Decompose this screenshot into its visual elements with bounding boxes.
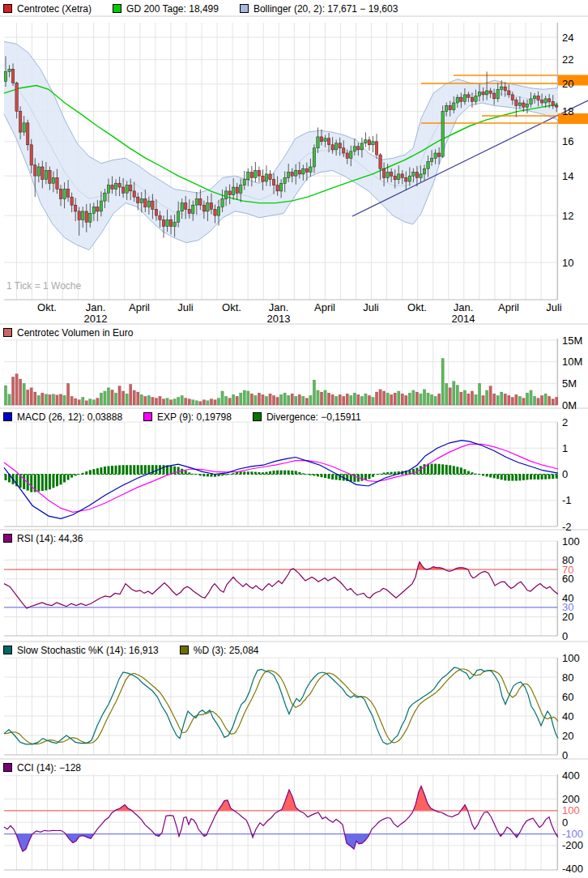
cci-layer	[4, 786, 558, 852]
svg-text:Okt.: Okt.	[37, 301, 57, 313]
svg-text:20: 20	[562, 730, 573, 742]
tick-scale-note: 1 Tick = 1 Woche	[6, 280, 81, 292]
svg-text:Okt.: Okt.	[222, 301, 241, 313]
svg-text:60: 60	[562, 691, 573, 703]
svg-text:2013: 2013	[267, 313, 291, 325]
legend-item: Centrotec (Xetra)	[3, 3, 92, 15]
svg-text:Juli: Juli	[177, 301, 194, 313]
legend-cci: CCI (14): −128	[3, 761, 81, 774]
svg-text:80: 80	[562, 671, 573, 684]
svg-text:1: 1	[562, 442, 568, 454]
svg-text:-400: -400	[562, 863, 583, 875]
svg-text:100: 100	[562, 535, 580, 548]
svg-text:Jan.: Jan.	[454, 301, 474, 313]
svg-text:0: 0	[562, 749, 568, 761]
svg-text:-100: -100	[562, 828, 583, 840]
axis-labels-layer: 242220181614121015M10M5M0M210-1-21008070…	[562, 32, 583, 876]
svg-text:Jan.: Jan.	[269, 301, 289, 313]
legend-item: Slow Stochastic %K (14): 16,913	[3, 645, 159, 656]
svg-text:200: 200	[562, 793, 580, 805]
legend-swatch-icon	[3, 534, 12, 543]
svg-text:0M: 0M	[562, 399, 577, 411]
legend-swatch-icon	[143, 412, 152, 421]
svg-text:18: 18	[562, 105, 573, 117]
month-labels-layer: Okt.Jan.2012AprilJuliOkt.Jan.2013AprilJu…	[37, 301, 562, 325]
svg-text:10M: 10M	[562, 356, 582, 368]
legend-stochastic: Slow Stochastic %K (14): 16,913%D (3): 2…	[3, 644, 258, 656]
legend-volume: Centrotec Volumen in Euro	[3, 326, 133, 339]
legend-item: %D (3): 25,084	[180, 645, 259, 656]
legend-item: CCI (14): −128	[3, 762, 81, 774]
legend-swatch-icon	[113, 4, 121, 13]
legend-item: EXP (9): 0,19798	[143, 411, 232, 423]
chart-svg: 242220181614121015M10M5M0M210-1-21008070…	[0, 0, 588, 878]
legend-macd: MACD (26, 12): 0,03888EXP (9): 0,19798Di…	[3, 411, 361, 423]
svg-text:16: 16	[562, 135, 573, 147]
legend-swatch-icon	[240, 4, 249, 13]
legend-swatch-icon	[180, 646, 189, 654]
svg-text:0: 0	[562, 630, 568, 642]
legend-item: MACD (26, 12): 0,03888	[3, 411, 122, 423]
legend-label: MACD (26, 12): 0,03888	[17, 411, 122, 423]
macd-layer	[4, 441, 558, 519]
legend-swatch-icon	[253, 412, 262, 421]
svg-text:0: 0	[562, 816, 568, 829]
svg-text:100: 100	[562, 804, 580, 816]
legend-label: %D (3): 25,084	[194, 645, 259, 656]
legend-label: EXP (9): 0,19798	[157, 411, 232, 423]
legend-item: Divergence: −0,15911	[253, 411, 361, 423]
svg-text:0: 0	[562, 468, 568, 480]
stock-analysis-page: 242220181614121015M10M5M0M210-1-21008070…	[0, 0, 588, 878]
legend-label: CCI (14): −128	[17, 762, 81, 774]
svg-text:Okt.: Okt.	[407, 301, 427, 313]
svg-text:-2: -2	[562, 521, 572, 533]
legend-swatch-icon	[3, 763, 12, 772]
svg-text:60: 60	[562, 573, 573, 585]
svg-text:20: 20	[562, 78, 573, 90]
svg-text:40: 40	[562, 710, 573, 722]
legend-item: Bollinger (20, 2): 17,671 − 19,603	[240, 3, 398, 15]
legend-label: Divergence: −0,15911	[266, 411, 361, 423]
svg-text:Juli: Juli	[546, 301, 562, 313]
volume-bars-layer	[4, 358, 558, 405]
svg-text:-1: -1	[562, 494, 572, 506]
legend-label: Bollinger (20, 2): 17,671 − 19,603	[254, 3, 398, 15]
legend-label: Centrotec (Xetra)	[17, 3, 92, 15]
legend-swatch-icon	[3, 412, 12, 421]
svg-text:April: April	[129, 301, 150, 313]
legend-label: Centrotec Volumen in Euro	[17, 327, 133, 339]
legend-swatch-icon	[3, 4, 12, 13]
legend-label: GD 200 Tage: 18,499	[126, 3, 219, 15]
svg-text:100: 100	[562, 652, 580, 664]
svg-text:22: 22	[562, 53, 573, 66]
legend-item: GD 200 Tage: 18,499	[113, 3, 219, 15]
trendline	[352, 100, 588, 216]
svg-text:2014: 2014	[452, 313, 475, 325]
legend-price: Centrotec (Xetra)GD 200 Tage: 18,499Boll…	[3, 2, 398, 15]
stochastic-layer	[4, 667, 558, 744]
legend-label: RSI (14): 44,36	[17, 533, 83, 544]
svg-text:Juli: Juli	[363, 301, 379, 313]
svg-text:April: April	[314, 301, 335, 313]
svg-text:14: 14	[562, 170, 573, 182]
svg-text:20: 20	[562, 611, 573, 623]
svg-text:12: 12	[562, 210, 573, 222]
svg-text:24: 24	[562, 32, 573, 44]
svg-text:2: 2	[562, 416, 568, 428]
svg-text:5M: 5M	[562, 377, 577, 390]
svg-text:April: April	[498, 301, 519, 313]
legend-swatch-icon	[3, 328, 12, 337]
legend-item: Centrotec Volumen in Euro	[3, 327, 133, 339]
legend-label: Slow Stochastic %K (14): 16,913	[17, 645, 159, 656]
rsi-layer	[4, 562, 558, 608]
legend-swatch-icon	[3, 646, 12, 654]
svg-text:10: 10	[562, 257, 573, 269]
svg-text:400: 400	[562, 769, 580, 782]
svg-text:15M: 15M	[562, 335, 582, 347]
legend-item: RSI (14): 44,36	[3, 533, 83, 544]
legend-rsi: RSI (14): 44,36	[3, 532, 83, 544]
svg-text:-200: -200	[562, 839, 583, 851]
svg-text:Jan.: Jan.	[86, 301, 106, 313]
svg-text:2012: 2012	[84, 313, 108, 325]
